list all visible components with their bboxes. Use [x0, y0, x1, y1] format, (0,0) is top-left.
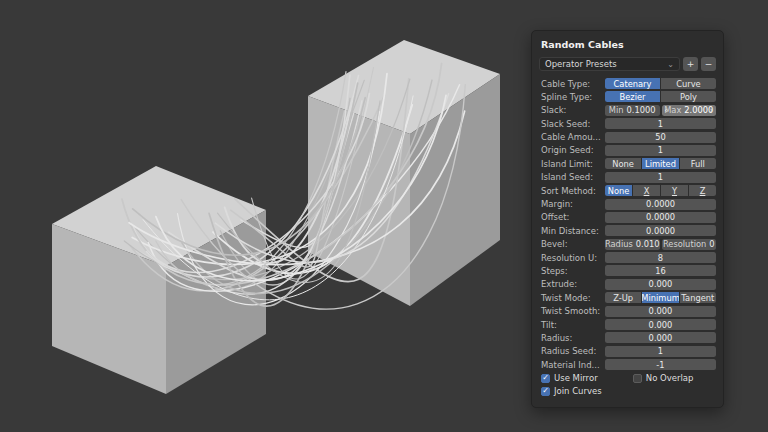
min-distance-field[interactable]: 0.0000	[605, 225, 716, 236]
radius-field[interactable]: 0.000	[605, 332, 716, 343]
row-checkboxes: ✓Join Curves	[539, 386, 716, 397]
row-label-twist-mode: Twist Mode:	[539, 293, 605, 303]
row-bevel: Bevel:Radius0.010Resolution0	[539, 239, 716, 250]
row-min-distance: Min Distance:0.0000	[539, 225, 716, 236]
option-poly[interactable]: Poly	[661, 91, 716, 102]
join-curves-checkbox[interactable]: ✓	[541, 387, 550, 396]
option-limited[interactable]: Limited	[642, 158, 678, 169]
cable-type-enum: CatenaryCurve	[605, 78, 716, 89]
material-ind-field[interactable]: -1	[605, 359, 716, 370]
remove-preset-button[interactable]: −	[701, 57, 716, 71]
margin-field[interactable]: 0.0000	[605, 199, 716, 210]
row-cable-type: Cable Type:CatenaryCurve	[539, 78, 716, 89]
field-value: 1	[658, 346, 663, 356]
row-control-radius: 0.000	[605, 332, 716, 343]
row-sort-method: Sort Method:NoneXYZ	[539, 185, 716, 196]
row-label-offset: Offset:	[539, 212, 605, 222]
row-control-steps: 16	[605, 265, 716, 276]
row-label-cable-type: Cable Type:	[539, 79, 605, 89]
row-control-slack-seed: 1	[605, 118, 716, 129]
steps-field[interactable]: 16	[605, 265, 716, 276]
field-value: 8	[658, 253, 663, 263]
preset-row: Operator Presets ⌄ + −	[539, 57, 716, 71]
island-seed-field[interactable]: 1	[605, 172, 716, 183]
row-label-island-seed: Island Seed:	[539, 172, 605, 182]
option-minimum[interactable]: Minimum	[642, 292, 678, 303]
row-label-slack-seed: Slack Seed:	[539, 119, 605, 129]
row-checkboxes: ✓Use MirrorNo Overlap	[539, 373, 716, 384]
decrement-arrow-icon[interactable]: ‹	[665, 106, 668, 115]
row-control-slack: Min0.1000‹Max2.0000›	[605, 105, 716, 116]
twist-smooth-field[interactable]: 0.000	[605, 306, 716, 317]
radius-seed-field[interactable]: 1	[605, 346, 716, 357]
field-value: 0.1000	[627, 105, 656, 115]
row-label-radius-seed: Radius Seed:	[539, 346, 605, 356]
row-label-island-limit: Island Limit:	[539, 159, 605, 169]
add-preset-button[interactable]: +	[683, 57, 698, 71]
increment-arrow-icon[interactable]: ›	[710, 106, 713, 115]
row-spline-type: Spline Type:BezierPoly	[539, 91, 716, 102]
option-none[interactable]: None	[605, 158, 641, 169]
option-tangent[interactable]: Tangent	[680, 292, 716, 303]
slack-min-field[interactable]: Min0.1000	[605, 105, 660, 116]
slack-seed-field[interactable]: 1	[605, 118, 716, 129]
slack-max-field[interactable]: ‹Max2.0000›	[662, 105, 717, 116]
row-radius-seed: Radius Seed:1	[539, 346, 716, 357]
operator-presets-dropdown[interactable]: Operator Presets ⌄	[539, 57, 680, 71]
option-y[interactable]: Y	[661, 185, 688, 196]
row-resolution-u: Resolution U:8	[539, 252, 716, 263]
no-overlap-checkbox[interactable]	[633, 374, 642, 383]
row-control-offset: 0.0000	[605, 212, 716, 223]
checkbox-no-overlap[interactable]: No Overlap	[633, 373, 694, 383]
bevel-radius-field[interactable]: Radius0.010	[605, 239, 660, 250]
field-value: 0.0000	[646, 212, 675, 222]
row-control-origin-seed: 1	[605, 145, 716, 156]
bevel-resolution-field[interactable]: Resolution0	[662, 239, 717, 250]
option-z-up[interactable]: Z-Up	[605, 292, 641, 303]
field-value: 0.0000	[646, 199, 675, 209]
row-extrude: Extrude:0.000	[539, 279, 716, 290]
row-control-resolution-u: 8	[605, 252, 716, 263]
tilt-field[interactable]: 0.000	[605, 319, 716, 330]
field-value: 1	[658, 145, 663, 155]
option-curve[interactable]: Curve	[661, 78, 716, 89]
checkbox-join-curves[interactable]: ✓Join Curves	[539, 386, 633, 396]
field-value: 0	[709, 239, 714, 249]
row-twist-smooth: Twist Smooth:0.000	[539, 306, 716, 317]
check-icon: ✓	[542, 387, 549, 395]
checkbox-use-mirror[interactable]: ✓Use Mirror	[539, 373, 633, 383]
use-mirror-checkbox[interactable]: ✓	[541, 374, 550, 383]
row-control-twist-smooth: 0.000	[605, 306, 716, 317]
option-z[interactable]: Z	[689, 185, 716, 196]
row-control-twist-mode: Z-UpMinimumTangent	[605, 292, 716, 303]
checkbox-group: ✓Join Curves	[539, 386, 716, 396]
option-none[interactable]: None	[605, 185, 632, 196]
row-steps: Steps:16	[539, 265, 716, 276]
row-control-margin: 0.0000	[605, 199, 716, 210]
row-tilt: Tilt:0.000	[539, 319, 716, 330]
extrude-field[interactable]: 0.000	[605, 279, 716, 290]
row-label-cable-amou: Cable Amou...	[539, 132, 605, 142]
option-x[interactable]: X	[633, 185, 660, 196]
option-bezier[interactable]: Bezier	[605, 91, 660, 102]
row-label-spline-type: Spline Type:	[539, 92, 605, 102]
row-material-ind: Material Ind...-1	[539, 359, 716, 370]
option-catenary[interactable]: Catenary	[605, 78, 660, 89]
option-full[interactable]: Full	[680, 158, 716, 169]
row-control-island-limit: NoneLimitedFull	[605, 158, 716, 169]
row-origin-seed: Origin Seed:1	[539, 145, 716, 156]
row-label-material-ind: Material Ind...	[539, 360, 605, 370]
row-label-origin-seed: Origin Seed:	[539, 145, 605, 155]
checkbox-group: ✓Use MirrorNo Overlap	[539, 373, 716, 383]
origin-seed-field[interactable]: 1	[605, 145, 716, 156]
row-island-seed: Island Seed:1	[539, 172, 716, 183]
row-slack-seed: Slack Seed:1	[539, 118, 716, 129]
row-control-tilt: 0.000	[605, 319, 716, 330]
cable-amou-field[interactable]: 50	[605, 132, 716, 143]
island-limit-enum: NoneLimitedFull	[605, 158, 716, 169]
row-control-cable-type: CatenaryCurve	[605, 78, 716, 89]
row-control-bevel: Radius0.010Resolution0	[605, 239, 716, 250]
row-label-radius: Radius:	[539, 333, 605, 343]
resolution-u-field[interactable]: 8	[605, 252, 716, 263]
offset-field[interactable]: 0.0000	[605, 212, 716, 223]
